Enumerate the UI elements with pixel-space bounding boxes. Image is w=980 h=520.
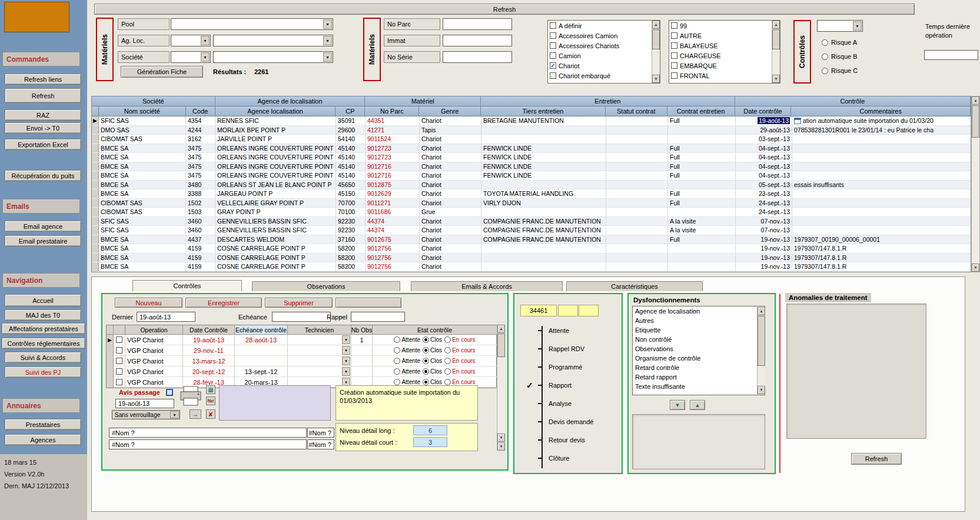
noserie-input[interactable] [443,51,512,63]
enregistrer-button[interactable]: Enregistrer [185,298,262,308]
subtable-row[interactable]: ▶VGP Chariot19-août-1328-août-13▼1Attent… [107,335,496,345]
type-checkbox[interactable] [671,52,677,59]
refresh-button[interactable]: Refresh [5,88,81,103]
accueil-button[interactable]: Accueil [5,294,81,306]
nom-value-2[interactable]: #Nom ? [307,439,334,449]
etat-option[interactable]: Attente [394,358,420,364]
subtable-row[interactable]: VGP Chariot20-sept.-1213-sept.-12▼Attent… [107,366,496,377]
chevron-down-icon[interactable]: ▼ [201,36,210,45]
dysfo-scrollbar[interactable]: ▲ ▼ [757,307,765,394]
affectations-prestataires-button[interactable]: Affectations prestataires [2,323,85,334]
table-row[interactable]: BMCE SA3475ORLEANS INGRE COUVERTURE POIN… [92,153,971,162]
etat-option[interactable]: En cours [444,336,475,343]
subtable-row-selector[interactable] [107,377,114,388]
radio-en-cours[interactable] [444,336,451,343]
risque-a-option[interactable]: Risque A [822,39,857,46]
scroll-thumb[interactable] [772,29,780,49]
chevron-down-icon[interactable]: ▼ [853,21,862,31]
numero-alert-icon[interactable]: №! [206,396,215,405]
type-scrollbar[interactable]: ▲ ▼ [772,21,780,83]
move-down-button[interactable]: ▼ [670,400,685,410]
societe-combo[interactable]: ▼ [213,51,333,63]
row-checkbox[interactable] [116,368,122,375]
verrouillage-combo[interactable]: Sans verrouillage ▼ [112,410,180,419]
avis-passage-checkbox[interactable] [166,389,173,396]
go-arrow-icon[interactable]: → [190,409,201,419]
agences-button[interactable]: Agences [5,434,81,445]
table-row[interactable]: SFIC SAS3460GENNEVILLIERS BASSIN SFIC922… [92,226,971,235]
agloc-combo[interactable]: ▼ [213,35,333,46]
supprimer-button[interactable]: Supprimer [265,298,333,308]
etat-option[interactable]: Attente [394,379,420,385]
chevron-down-icon[interactable]: ▼ [342,367,350,376]
row-selector[interactable] [92,126,99,135]
pool-combo[interactable]: ▼ [171,18,333,30]
scroll-down-icon[interactable]: ▼ [972,264,979,272]
radio-risque-b[interactable] [822,54,828,60]
genre-item[interactable]: ✓Chariot [548,61,652,71]
technicien-combo[interactable]: ▼ [288,335,351,345]
type-item[interactable]: CHARGEUSE [669,51,772,61]
radio-risque-c[interactable] [822,68,828,74]
radio-attente[interactable] [394,379,400,385]
genre-item[interactable]: Chariot embarqué [548,71,652,81]
subtable-row[interactable]: VGP Chariot13-mars-12▼AttenteClosEn cour… [107,356,496,366]
scroll-thumb[interactable] [972,105,979,138]
scroll-down-icon[interactable]: ▼ [497,442,505,451]
row-selector[interactable] [92,162,99,171]
row-selector[interactable]: ▶ [92,116,99,125]
row-checkbox[interactable] [116,347,122,354]
table-row[interactable]: CIBOMAT SAS1502VELLECLAIRE GRAY POINT P7… [92,199,971,208]
subtable-row-selector[interactable] [107,345,114,356]
scroll-down-icon[interactable]: ▼ [497,434,505,442]
scroll-thumb[interactable] [497,334,505,357]
dysfo-item[interactable]: Organisme de contrôle [633,354,757,363]
scroll-up-icon[interactable]: ▲ [772,21,780,29]
etat-option[interactable]: Clos [423,379,442,385]
row-selector[interactable] [92,244,99,253]
tab-controles[interactable]: Contrôles [132,280,242,291]
nom-input-2[interactable]: #Nom ? [109,439,307,449]
etat-option[interactable]: En cours [444,347,475,354]
technicien-combo[interactable]: ▼ [288,356,351,366]
row-checkbox[interactable] [116,336,122,343]
radio-attente[interactable] [394,336,400,343]
erase-icon[interactable]: ✘ [206,409,215,419]
radio-en-cours[interactable] [444,368,451,375]
date-controle-value[interactable]: 19-août-13 [758,117,790,124]
risque-b-option[interactable]: Risque B [822,53,858,60]
scroll-up-icon[interactable]: ▲ [497,325,505,333]
radio-clos[interactable] [423,358,429,364]
row-selector[interactable] [92,181,99,189]
type-item[interactable]: EMBARQUE [669,61,772,71]
etat-option[interactable]: En cours [444,368,475,375]
radio-en-cours[interactable] [444,347,451,354]
echeance-input[interactable] [272,312,331,322]
tab-caracteristiques[interactable]: Caractéristiques [566,281,703,291]
type-item[interactable]: AUTRE [669,31,772,41]
subtable-scrollbar[interactable]: ▲ ▼ ▼ [497,325,505,451]
table-row[interactable]: BMCE SA3388JARGEAU POINT P451509012629Ch… [92,189,971,199]
recuperation-puits-button[interactable]: Récupération du puits [5,170,81,181]
noparc-input[interactable] [443,18,512,30]
etat-option[interactable]: Attente [394,368,420,375]
table-row[interactable]: SFIC SAS3460GENNEVILLIERS BASSIN SFIC922… [92,217,971,226]
tab-emails-accords[interactable]: Emails & Accords [411,281,563,291]
rappel-input[interactable] [351,312,405,322]
table-row[interactable]: BMCE SA4159COSNE CARRELAGE POINT P582009… [92,244,971,254]
radio-attente[interactable] [394,358,400,364]
genre-checkbox[interactable] [550,32,556,39]
row-selector[interactable] [92,262,99,271]
table-row[interactable]: BMCE SA3475ORLEANS INGRE COUVERTURE POIN… [92,171,971,181]
type-checkbox[interactable] [671,62,677,69]
radio-clos[interactable] [423,336,429,343]
chevron-down-icon[interactable]: ▼ [342,356,350,365]
nom-input-1[interactable]: #Nom ? [109,428,307,438]
scroll-down-icon[interactable]: ▼ [652,75,660,83]
technicien-combo[interactable]: ▼ [288,366,351,377]
nouveau-button[interactable]: Nouveau [115,298,182,308]
dysfo-item[interactable]: Observations [633,344,757,354]
email-prestataire-button[interactable]: Email prestataire [5,235,81,246]
subtable-checkbox-cell[interactable] [114,345,125,356]
scroll-up-icon[interactable]: ▲ [758,307,765,315]
